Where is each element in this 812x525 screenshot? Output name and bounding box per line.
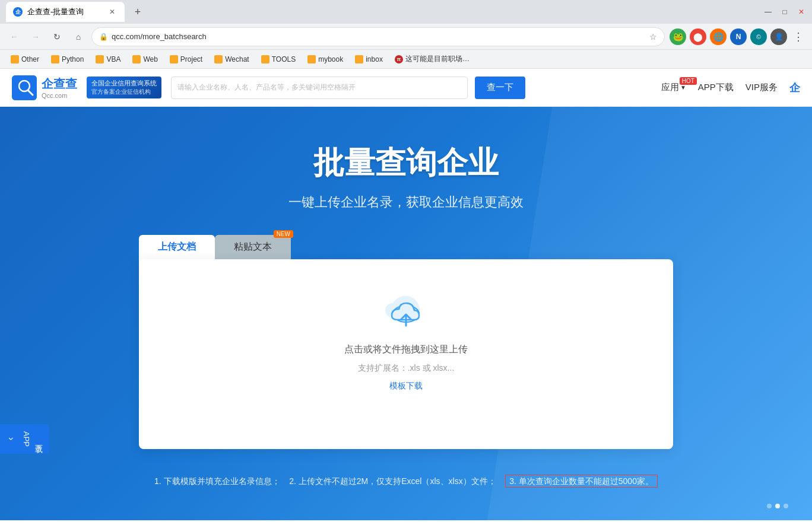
page-title: 批量查询企业 xyxy=(313,142,499,184)
logo-name: 企查查 xyxy=(42,76,77,92)
logo-domain: Qcc.com xyxy=(42,92,77,99)
hot-badge: HOT xyxy=(680,77,697,85)
upload-area[interactable]: 点击或将文件拖拽到这里上传 支持扩展名：.xls 或 xlsx... 模板下载 xyxy=(344,295,468,392)
cloud-upload-icon xyxy=(382,295,430,330)
info-text-2: 2. 上传文件不超过2M，仅支持Excel（xls、xlsx）文件； xyxy=(289,476,496,486)
new-badge: NEW xyxy=(274,230,293,238)
download-app-button[interactable]: 下载 APP › xyxy=(0,424,49,454)
logo-icon xyxy=(12,75,37,100)
badge-line2: 官方备案企业征信机构 xyxy=(91,88,157,96)
bookmarks-bar: Other Python VBA Web Project Wechat TOOL… xyxy=(0,50,812,69)
extension-gray-icon[interactable]: 👤 xyxy=(770,28,787,45)
new-tab-button[interactable]: + xyxy=(129,4,146,20)
site-header: 企查查 Qcc.com 全国企业信用查询系统 官方备案企业征信机构 请输入企业名… xyxy=(0,69,812,107)
refresh-button[interactable]: ↻ xyxy=(49,28,65,45)
bookmark-project-label: Project xyxy=(180,55,202,63)
folder-icon xyxy=(51,55,59,63)
bookmark-vba-label: VBA xyxy=(106,55,120,63)
bookmark-mybook-label: mybook xyxy=(318,55,343,63)
forward-button[interactable]: → xyxy=(27,28,44,45)
folder-icon xyxy=(214,55,223,63)
upload-panel[interactable]: 点击或将文件拖拽到这里上传 支持扩展名：.xls 或 xlsx... 模板下载 xyxy=(139,259,673,449)
search-placeholder: 请输入企业名称、人名、产品名等，多关键词用空格隔开 xyxy=(177,82,356,93)
search-button[interactable]: 查一下 xyxy=(475,77,525,99)
back-button[interactable]: ← xyxy=(6,28,23,45)
bookmark-python-label: Python xyxy=(62,55,84,63)
bookmark-other[interactable]: Other xyxy=(6,53,44,65)
extension-blue-icon[interactable]: N xyxy=(730,28,747,45)
pi-icon: π xyxy=(395,55,403,63)
bookmark-wechat-label: Wechat xyxy=(225,55,249,63)
lock-icon: 🔒 xyxy=(99,33,108,41)
folder-icon xyxy=(355,55,363,63)
dot-2 xyxy=(775,504,780,508)
bookmark-zhihu[interactable]: π 这可能是目前职场… xyxy=(390,52,474,66)
nav-app-download-link[interactable]: APP下载 xyxy=(698,82,734,93)
tab-paste-button[interactable]: 粘贴文本 NEW xyxy=(215,235,291,259)
bookmark-tools[interactable]: TOOLS xyxy=(256,53,300,65)
bookmark-project[interactable]: Project xyxy=(165,53,207,65)
dots-decoration xyxy=(767,504,788,508)
tabs-container: 上传文档 粘贴文本 NEW 点击或将文件拖拽到这里上传 支持扩展名：.xls 或… xyxy=(139,235,673,449)
nav-app-label: 应用 xyxy=(661,82,679,93)
upload-text-main: 点击或将文件拖拽到这里上传 xyxy=(344,343,468,356)
tab-title: 企查查-批量查询 xyxy=(27,7,84,17)
bookmark-star-icon[interactable]: ☆ xyxy=(649,32,657,42)
bookmark-web[interactable]: Web xyxy=(128,53,162,65)
home-button[interactable]: ⌂ xyxy=(70,28,87,45)
tab-close-button[interactable]: ✕ xyxy=(107,7,118,17)
folder-icon xyxy=(96,55,104,63)
maximize-button[interactable]: □ xyxy=(780,7,789,17)
folder-icon xyxy=(132,55,141,63)
bookmark-wechat[interactable]: Wechat xyxy=(210,53,253,65)
tab-favicon: 企 xyxy=(13,7,23,17)
site-logo: 企查查 Qcc.com xyxy=(12,75,77,100)
browser-addressbar: ← → ↻ ⌂ 🔒 qcc.com/more_batchsearch ☆ 🐸 ⬤… xyxy=(0,24,812,50)
bookmark-inbox[interactable]: inbox xyxy=(350,53,388,65)
browser-titlebar: 企 企查查-批量查询 ✕ + — □ ✕ xyxy=(0,0,812,24)
bookmark-mybook[interactable]: mybook xyxy=(303,53,348,65)
folder-icon xyxy=(11,55,19,63)
info-text-3: 3. 单次查询企业数量不能超过5000家。 xyxy=(505,475,658,488)
bookmark-other-label: Other xyxy=(21,55,39,63)
main-content: 批量查询企业 一键上传企业名录，获取企业信息更高效 上传文档 粘贴文本 NEW xyxy=(0,107,812,520)
bookmark-python[interactable]: Python xyxy=(46,53,88,65)
bookmark-zhihu-label: 这可能是目前职场… xyxy=(405,54,470,64)
nav-app-link[interactable]: 应用 ▼ HOT xyxy=(661,82,686,93)
svg-rect-0 xyxy=(12,75,37,100)
tab-upload-button[interactable]: 上传文档 xyxy=(139,235,215,259)
logo-text: 企查查 Qcc.com xyxy=(42,76,77,99)
extension-teal-icon[interactable]: © xyxy=(750,28,767,45)
folder-icon xyxy=(307,55,316,63)
tabs-row: 上传文档 粘贴文本 NEW xyxy=(139,235,673,259)
dot-3 xyxy=(784,504,788,508)
template-download-link[interactable]: 模板下载 xyxy=(389,381,423,392)
folder-icon xyxy=(261,55,269,63)
browser-tab[interactable]: 企 企查查-批量查询 ✕ xyxy=(6,2,125,22)
nav-company-link[interactable]: 企 xyxy=(789,81,800,95)
info-bar: 1. 下载模版并填充企业名录信息； 2. 上传文件不超过2M，仅支持Excel（… xyxy=(0,467,812,497)
upload-text-sub: 支持扩展名：.xls 或 xlsx... xyxy=(358,363,455,374)
site-badge: 全国企业信用查询系统 官方备案企业征信机构 xyxy=(87,77,161,98)
close-button[interactable]: ✕ xyxy=(797,7,806,17)
address-box[interactable]: 🔒 qcc.com/more_batchsearch ☆ xyxy=(91,27,665,46)
folder-icon xyxy=(170,55,178,63)
bookmark-vba[interactable]: VBA xyxy=(91,53,125,65)
extension-green-icon[interactable]: 🐸 xyxy=(670,28,686,45)
window-controls: — □ ✕ xyxy=(763,7,806,17)
extension-red-icon[interactable]: ⬤ xyxy=(690,28,706,45)
extension-orange-icon[interactable]: 🌐 xyxy=(710,28,727,45)
address-text: qcc.com/more_batchsearch xyxy=(112,32,646,41)
page-subtitle: 一键上传企业名录，获取企业信息更高效 xyxy=(288,193,524,211)
search-input-box[interactable]: 请输入企业名称、人名、产品名等，多关键词用空格隔开 xyxy=(171,77,468,99)
header-nav: 应用 ▼ HOT APP下载 VIP服务 企 xyxy=(661,81,800,95)
bookmark-tools-label: TOOLS xyxy=(272,55,296,63)
nav-vip-link[interactable]: VIP服务 xyxy=(746,82,778,93)
dot-1 xyxy=(767,504,772,508)
download-arrow-icon: › xyxy=(5,437,18,440)
bookmark-web-label: Web xyxy=(143,55,157,63)
bookmark-inbox-label: inbox xyxy=(366,55,383,63)
extension-icons: 🐸 ⬤ 🌐 N © 👤 ⋮ xyxy=(670,28,806,46)
minimize-button[interactable]: — xyxy=(763,7,773,17)
browser-menu-icon[interactable]: ⋮ xyxy=(791,28,806,46)
